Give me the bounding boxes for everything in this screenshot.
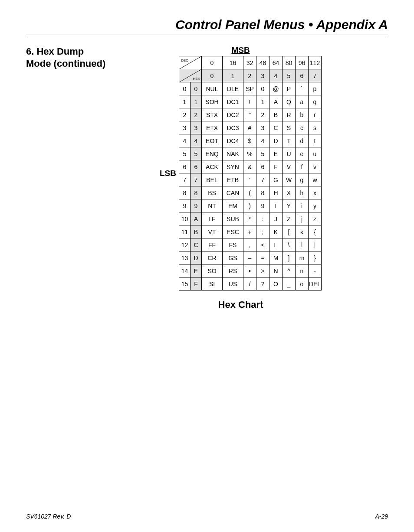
cell: EM bbox=[223, 199, 243, 212]
cell: & bbox=[243, 160, 256, 173]
cell: • bbox=[243, 264, 256, 277]
cell: _ bbox=[283, 277, 296, 290]
cell: N bbox=[269, 264, 283, 277]
cell: 2 bbox=[256, 108, 269, 121]
cell: ! bbox=[243, 95, 256, 108]
cell: DC1 bbox=[223, 95, 243, 108]
cell: EOT bbox=[202, 134, 223, 147]
hex-side: 5 bbox=[191, 147, 202, 160]
cell: k bbox=[296, 225, 309, 238]
cell: VT bbox=[202, 225, 223, 238]
cell: ` bbox=[296, 82, 309, 95]
cell: E bbox=[269, 147, 283, 160]
cell: NAK bbox=[223, 147, 243, 160]
cell: B bbox=[269, 108, 283, 121]
cell: 3 bbox=[256, 121, 269, 134]
hex-diag-label: HEX bbox=[193, 77, 200, 81]
dec-diag-label: DEC bbox=[181, 59, 188, 62]
cell: z bbox=[309, 212, 322, 225]
cell: T bbox=[283, 134, 296, 147]
cell: SYN bbox=[223, 160, 243, 173]
section-line1: 6. Hex Dump bbox=[26, 46, 135, 58]
dec-side: 14 bbox=[179, 264, 191, 277]
cell: % bbox=[243, 147, 256, 160]
cell: h bbox=[296, 186, 309, 199]
cell: t bbox=[309, 134, 322, 147]
hex-side: 4 bbox=[191, 134, 202, 147]
cell: ENQ bbox=[202, 147, 223, 160]
cell: o bbox=[296, 277, 309, 290]
hex-chart-table: DEC 0 16 32 48 64 80 96 112 bbox=[179, 56, 322, 290]
cell: y bbox=[309, 199, 322, 212]
cell: f bbox=[296, 160, 309, 173]
cell: x bbox=[309, 186, 322, 199]
dec-side: 2 bbox=[179, 108, 191, 121]
cell: M bbox=[269, 251, 283, 264]
cell: @ bbox=[269, 82, 283, 95]
cell: CR bbox=[202, 251, 223, 264]
cell: STX bbox=[202, 108, 223, 121]
cell: ESC bbox=[223, 225, 243, 238]
cell: l bbox=[296, 238, 309, 251]
cell: DC4 bbox=[223, 134, 243, 147]
dec-top: 112 bbox=[309, 56, 322, 69]
cell: = bbox=[256, 251, 269, 264]
cell: u bbox=[309, 147, 322, 160]
hex-side: A bbox=[191, 212, 202, 225]
cell: FF bbox=[202, 238, 223, 251]
hex-top: 1 bbox=[223, 69, 243, 82]
cell: FS bbox=[223, 238, 243, 251]
cell: X bbox=[283, 186, 296, 199]
hex-top: 6 bbox=[296, 69, 309, 82]
cell: : bbox=[256, 212, 269, 225]
cell: SI bbox=[202, 277, 223, 290]
cell: J bbox=[269, 212, 283, 225]
chart-title: Hex Chart bbox=[218, 299, 263, 310]
page-header: Control Panel Menus • Appendix A bbox=[26, 17, 388, 35]
dec-side: 12 bbox=[179, 238, 191, 251]
table-row: 00NULDLESP0@P`p bbox=[179, 82, 322, 95]
cell: 7 bbox=[256, 173, 269, 186]
cell: v bbox=[309, 160, 322, 173]
cell: 0 bbox=[256, 82, 269, 95]
cell: ^ bbox=[283, 264, 296, 277]
cell: DLE bbox=[223, 82, 243, 95]
cell: US bbox=[223, 277, 243, 290]
cell: + bbox=[243, 225, 256, 238]
cell: < bbox=[256, 238, 269, 251]
section-heading: 6. Hex Dump Mode (continued) bbox=[26, 46, 135, 69]
cell: ' bbox=[243, 173, 256, 186]
dec-side: 10 bbox=[179, 212, 191, 225]
cell: NUL bbox=[202, 82, 223, 95]
dec-top: 0 bbox=[202, 56, 223, 69]
cell: K bbox=[269, 225, 283, 238]
cell: q bbox=[309, 95, 322, 108]
cell: SO bbox=[202, 264, 223, 277]
dec-side: 9 bbox=[179, 199, 191, 212]
cell: L bbox=[269, 238, 283, 251]
cell: F bbox=[269, 160, 283, 173]
table-row: 13DCRGS–=M]m} bbox=[179, 251, 322, 264]
cell: / bbox=[243, 277, 256, 290]
table-row: 99NTEM)9IYiy bbox=[179, 199, 322, 212]
dec-top: 48 bbox=[256, 56, 269, 69]
cell: A bbox=[269, 95, 283, 108]
hex-side: E bbox=[191, 264, 202, 277]
hex-header-row: HEX 0 1 2 3 4 5 6 7 bbox=[179, 69, 322, 82]
dec-side: 4 bbox=[179, 134, 191, 147]
cell: SUB bbox=[223, 212, 243, 225]
table-row: 44EOTDC4$4DTdt bbox=[179, 134, 322, 147]
table-row: 88BSCAN(8HXhx bbox=[179, 186, 322, 199]
cell: , bbox=[243, 238, 256, 251]
hex-side: F bbox=[191, 277, 202, 290]
dec-side: 1 bbox=[179, 95, 191, 108]
cell: 9 bbox=[256, 199, 269, 212]
cell: \ bbox=[283, 238, 296, 251]
dec-side: 15 bbox=[179, 277, 191, 290]
hex-side: 1 bbox=[191, 95, 202, 108]
cell: ) bbox=[243, 199, 256, 212]
hex-side: B bbox=[191, 225, 202, 238]
dec-top: 80 bbox=[283, 56, 296, 69]
cell: 4 bbox=[256, 134, 269, 147]
lsb-label: LSB bbox=[160, 169, 176, 178]
